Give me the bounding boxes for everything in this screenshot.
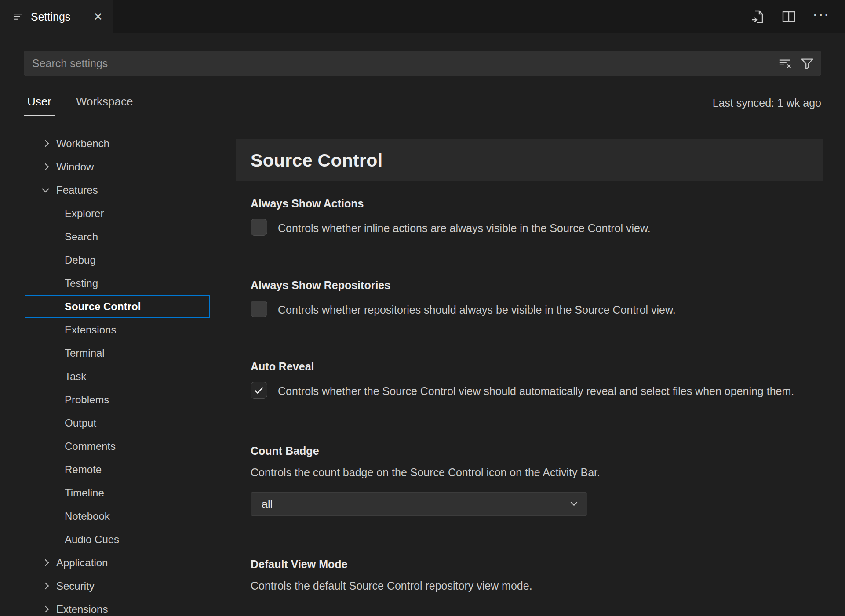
sidebar-item-label: Features (56, 184, 98, 196)
split-editor-icon[interactable] (782, 10, 796, 24)
setting-description: Controls whether repositories should alw… (278, 301, 676, 319)
tab-workspace[interactable]: Workspace (73, 91, 137, 116)
setting-body: Controls whether repositories should alw… (251, 301, 814, 319)
sidebar-item-label: Remote (65, 464, 102, 476)
settings-tab[interactable]: Settings ✕ (0, 0, 113, 33)
setting-default-view-mode: Default View Mode Controls the default S… (251, 558, 814, 594)
filter-icon[interactable] (801, 57, 814, 70)
chevron-right-icon (42, 583, 49, 590)
sidebar-item-search[interactable]: Search (0, 225, 210, 248)
sidebar-item-label: Comments (65, 440, 116, 453)
sidebar-item-label: Audio Cues (65, 533, 119, 546)
setting-description: Controls the count badge on the Source C… (251, 464, 814, 481)
close-tab-icon[interactable]: ✕ (93, 11, 103, 22)
sidebar-item-label: Debug (65, 254, 96, 266)
sidebar-item-output[interactable]: Output (0, 411, 210, 435)
count-badge-select[interactable]: all (251, 492, 587, 516)
sidebar-item-debug[interactable]: Debug (0, 248, 210, 272)
sidebar-item-label: Window (56, 161, 94, 173)
clear-search-icon[interactable] (779, 57, 792, 70)
sidebar-item-label: Timeline (65, 487, 104, 499)
setting-count-badge: Count Badge Controls the count badge on … (251, 445, 814, 516)
sidebar-item-features[interactable]: Features (0, 178, 210, 202)
sidebar-item-testing[interactable]: Testing (0, 272, 210, 295)
sidebar-item-extensions[interactable]: Extensions (0, 318, 210, 341)
settings-pane: Source Control Always Show Actions Contr… (210, 130, 845, 616)
sidebar-item-application[interactable]: Application (0, 551, 210, 574)
sidebar-item-label: Application (56, 557, 108, 569)
editor-tab-bar: Settings ✕ ⋯ (0, 0, 845, 33)
setting-body: Controls whether the Source Control view… (251, 382, 814, 400)
open-settings-json-icon[interactable] (751, 10, 765, 24)
chevron-down-icon (571, 499, 578, 506)
setting-body: Controls whether inline actions are alwa… (251, 219, 814, 237)
sidebar-item-label: Extensions (56, 603, 108, 616)
sidebar-item-explorer[interactable]: Explorer (0, 202, 210, 225)
sidebar-item-workbench[interactable]: Workbench (0, 132, 210, 155)
chevron-right-icon (42, 606, 49, 613)
chevron-right-icon (42, 559, 49, 566)
sidebar-item-label: Source Control (65, 301, 141, 313)
sidebar-item-label: Output (65, 417, 96, 429)
setting-title: Count Badge (251, 445, 814, 457)
setting-always-show-repositories: Always Show Repositories Controls whethe… (251, 279, 814, 319)
setting-description: Controls whether inline actions are alwa… (278, 219, 651, 237)
sidebar-item-task[interactable]: Task (0, 365, 210, 388)
sidebar-item-notebook[interactable]: Notebook (0, 504, 210, 528)
section-header: Source Control (236, 139, 823, 181)
chevron-right-icon (42, 163, 49, 170)
setting-title: Default View Mode (251, 558, 814, 571)
sidebar-item-extensions-root[interactable]: Extensions (0, 598, 210, 616)
titlebar-actions: ⋯ (751, 0, 845, 33)
sidebar-item-terminal[interactable]: Terminal (0, 341, 210, 365)
sidebar-item-remote[interactable]: Remote (0, 458, 210, 481)
sidebar-item-timeline[interactable]: Timeline (0, 481, 210, 504)
sidebar-item-audio-cues[interactable]: Audio Cues (0, 528, 210, 551)
sidebar-item-label: Extensions (65, 324, 116, 336)
checkbox-unchecked[interactable] (251, 301, 267, 317)
setting-description: Controls whether the Source Control view… (278, 382, 794, 400)
more-actions-icon[interactable]: ⋯ (812, 11, 829, 23)
chevron-right-icon (42, 140, 49, 147)
settings-scope-row: User Workspace Last synced: 1 wk ago (24, 76, 821, 130)
settings-tree: Workbench Window Features Explorer Searc… (0, 130, 210, 616)
page-title: Source Control (251, 150, 382, 171)
sidebar-item-label: Task (65, 370, 86, 383)
select-value: all (262, 498, 273, 511)
setting-auto-reveal: Auto Reveal Controls whether the Source … (251, 360, 814, 400)
sidebar-item-problems[interactable]: Problems (0, 388, 210, 411)
sidebar-item-label: Terminal (65, 347, 105, 359)
sidebar-item-label: Notebook (65, 510, 110, 522)
tab-user[interactable]: User (24, 91, 55, 116)
sidebar-item-label: Search (65, 231, 98, 243)
sidebar-item-label: Problems (65, 394, 109, 406)
setting-title: Auto Reveal (251, 360, 814, 373)
sidebar-item-label: Testing (65, 277, 98, 290)
search-input[interactable] (32, 57, 779, 70)
sidebar-item-comments[interactable]: Comments (0, 435, 210, 458)
sidebar-item-label: Security (56, 580, 95, 592)
tab-title: Settings (31, 11, 70, 23)
checkbox-checked[interactable] (251, 382, 267, 399)
checkbox-unchecked[interactable] (251, 219, 267, 236)
sidebar-item-label: Workbench (56, 138, 109, 150)
search-bar-icons (779, 57, 814, 70)
settings-editor-icon (12, 11, 24, 22)
setting-title: Always Show Actions (251, 197, 814, 210)
setting-description: Controls the default Source Control repo… (251, 578, 814, 594)
sidebar-item-source-control[interactable]: Source Control (25, 295, 210, 318)
chevron-down-icon (42, 185, 49, 192)
setting-title: Always Show Repositories (251, 279, 814, 292)
settings-list: Always Show Actions Controls whether inl… (251, 197, 814, 594)
sidebar-item-window[interactable]: Window (0, 155, 210, 178)
setting-always-show-actions: Always Show Actions Controls whether inl… (251, 197, 814, 237)
sidebar-item-security[interactable]: Security (0, 574, 210, 598)
last-synced-label: Last synced: 1 wk ago (713, 97, 821, 109)
settings-content: Workbench Window Features Explorer Searc… (0, 130, 845, 616)
settings-search-bar (24, 51, 821, 76)
sidebar-item-label: Explorer (65, 207, 104, 220)
